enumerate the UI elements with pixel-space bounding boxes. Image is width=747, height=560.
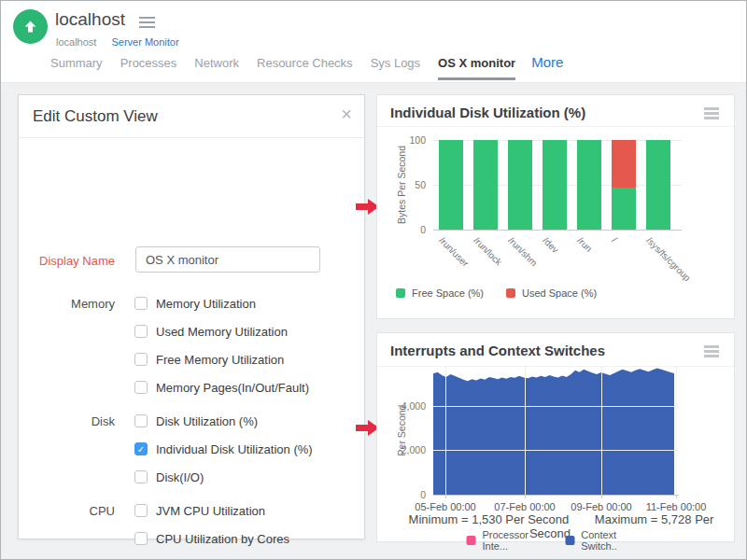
metric-label: Memory Pages(In/Out/Fault) (156, 381, 309, 395)
metric-row-used-memory-utilization: Used Memory Utilization (19, 317, 364, 345)
gridline (433, 230, 682, 231)
legend-label: Processor Inte... (483, 529, 547, 552)
y-tick-label: 4,000 (390, 400, 426, 412)
tab-processes[interactable]: Processes (120, 56, 177, 80)
legend-item-processor-inte[interactable]: Processor Inte... (467, 529, 547, 552)
checkbox-cpu-utilization-by-cores[interactable] (134, 532, 148, 545)
area-chart-svg (433, 366, 676, 495)
display-name-label: Display Name (19, 254, 115, 268)
bar-run-user[interactable] (439, 140, 463, 230)
bar-x-label: / (611, 235, 620, 245)
checkbox-disk-i-o[interactable] (134, 470, 148, 483)
disk-chart-title: Individual Disk Utilization (%) (390, 105, 585, 120)
group-memory: MemoryMemory UtilizationUsed Memory Util… (19, 289, 364, 401)
checkbox-individual-disk-utilization[interactable]: ✓ (134, 442, 148, 455)
tab-sys-logs[interactable]: Sys Logs (371, 56, 420, 80)
x-tick-label: 09-Feb 00:00 (571, 501, 631, 512)
checkbox-memory-pages-in-out-fault[interactable] (134, 381, 148, 394)
checkbox-groups: MemoryMemory UtilizationUsed Memory Util… (19, 289, 364, 560)
dialog-title: Edit Custom View (33, 107, 158, 126)
checkbox-memory-utilization[interactable] (134, 297, 148, 310)
free-space-segment (473, 140, 498, 230)
x-tick-label: 07-Feb 00:00 (494, 501, 555, 512)
bar-x-label: /run/user (437, 235, 471, 269)
metric-row-memory-utilization: MemoryMemory Utilization (19, 289, 364, 317)
y-tick-label: 0 (390, 224, 426, 235)
tab-resource-checks[interactable]: Resource Checks (257, 56, 353, 80)
bar-run-shm[interactable] (508, 140, 532, 230)
used-space-segment (612, 140, 636, 188)
legend-label: Used Space (%) (522, 287, 597, 299)
checkbox-jvm-cpu-utilization[interactable] (134, 504, 148, 517)
x-tick-label: 11-Feb 00:00 (646, 501, 707, 512)
chart-menu-icon[interactable] (704, 345, 719, 359)
x-tick-label: 05-Feb 00:00 (415, 501, 475, 512)
gridline (433, 495, 679, 496)
legend-swatch (396, 288, 405, 298)
tab-os-x-monitor[interactable]: OS X monitor (438, 56, 515, 80)
bar-run[interactable] (577, 140, 601, 230)
monitor-status-icon (13, 9, 48, 44)
disk-legend: Free Space (%)Used Space (%) (396, 287, 597, 299)
app-header: localhost localhost Server Monitor Summa… (1, 1, 746, 83)
display-name-input[interactable] (135, 246, 320, 273)
metric-row-memory-pages-in-out-fault: Memory Pages(In/Out/Fault) (19, 373, 364, 401)
bar-run-lock[interactable] (473, 140, 498, 230)
legend-swatch (467, 536, 476, 545)
metric-row-interrupts-and-context-switches: ✓Interrupts and Context Switches (19, 553, 364, 560)
bar-x-label: /sys/fs/cgroup (645, 235, 693, 283)
metric-label: CPU Utilization by Cores (156, 532, 289, 546)
legend-swatch (565, 536, 574, 545)
legend-label: Free Space (%) (412, 287, 484, 299)
bar-x-label: /dev (541, 235, 560, 255)
metric-label: Memory Utilization (156, 297, 256, 311)
metric-label: Disk(I/O) (156, 470, 204, 484)
bar-dev[interactable] (543, 140, 567, 230)
metric-label: Free Memory Utilization (156, 353, 284, 367)
group-label: CPU (19, 504, 115, 518)
x-tick-mark (525, 495, 526, 498)
checkbox-free-memory-utilization[interactable] (134, 353, 148, 366)
bar-[interactable] (612, 140, 636, 230)
legend-item-context-switch[interactable]: Context Switch.. (565, 529, 644, 552)
chart-menu-icon[interactable] (704, 107, 719, 121)
metric-row-individual-disk-utilization: ✓Individual Disk Utilization (%) (19, 435, 364, 463)
context-switches-area (433, 368, 674, 495)
tab-network[interactable]: Network (194, 56, 239, 80)
bar-x-label: /run/shm (506, 235, 539, 268)
free-space-segment (646, 140, 670, 230)
checkbox-disk-utilization[interactable] (134, 414, 148, 427)
interrupts-panel: Interrupts and Context Switches Per Seco… (376, 332, 735, 542)
bar-sys-fs-cgroup[interactable] (646, 140, 670, 230)
group-cpu: CPUJVM CPU UtilizationCPU Utilization by… (19, 497, 364, 560)
gridline (445, 366, 446, 495)
legend-swatch (506, 288, 515, 298)
checkbox-used-memory-utilization[interactable] (134, 325, 148, 338)
disk-utilization-panel: Individual Disk Utilization (%) Bytes Pe… (376, 94, 735, 319)
gridline (433, 450, 679, 451)
free-space-segment (508, 140, 532, 230)
legend-item-free-space[interactable]: Free Space (%) (396, 287, 484, 299)
metric-label: Individual Disk Utilization (%) (156, 442, 313, 456)
title-menu-icon[interactable] (139, 17, 155, 28)
breadcrumb-server-monitor-link[interactable]: Server Monitor (111, 36, 178, 48)
legend-item-used-space[interactable]: Used Space (%) (506, 287, 597, 299)
gridline (601, 366, 602, 495)
interrupts-chart-title: Interrupts and Context Switches (390, 343, 605, 358)
y-tick-label: 0 (390, 489, 426, 500)
y-tick-label: 2,000 (390, 444, 426, 455)
y-tick-label: 50 (390, 179, 426, 190)
close-icon[interactable]: × (341, 105, 352, 123)
gridline (525, 366, 526, 495)
group-disk: DiskDisk Utilization (%)✓Individual Disk… (19, 407, 364, 491)
tab-bar: SummaryProcessesNetworkResource ChecksSy… (50, 54, 563, 80)
metric-label: Used Memory Utilization (156, 325, 288, 339)
tab-summary[interactable]: Summary (50, 56, 103, 80)
legend-label: Context Switch.. (581, 529, 644, 552)
free-space-segment (439, 140, 463, 230)
more-link[interactable]: More (531, 54, 563, 70)
metric-label: Disk Utilization (%) (156, 414, 258, 428)
gridline (433, 406, 679, 407)
page-title: localhost (55, 9, 125, 30)
metric-label: JVM CPU Utilization (156, 504, 265, 518)
